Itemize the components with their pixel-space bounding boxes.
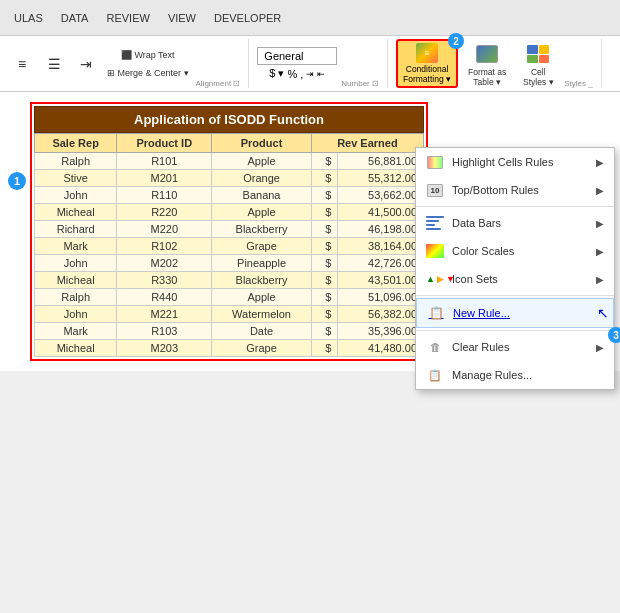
databars-label: Data Bars xyxy=(452,217,588,229)
table-cell: 41,500.00 xyxy=(338,204,424,221)
menu-item-newrule[interactable]: 📋 New Rule... ↖ xyxy=(416,298,614,328)
table-cell: R101 xyxy=(117,153,212,170)
table-cell: Grape xyxy=(212,340,312,357)
table-cell: M203 xyxy=(117,340,212,357)
table-cell: Watermelon xyxy=(212,306,312,323)
divider-3 xyxy=(416,330,614,331)
align-center-btn[interactable]: ☰ xyxy=(40,46,68,82)
number-format-box[interactable]: General xyxy=(257,47,337,65)
tab-ulas[interactable]: ULAS xyxy=(8,10,49,26)
menu-item-iconsets[interactable]: ▲ ▶ ▼ Icon Sets ▶ xyxy=(416,265,614,293)
menu-item-clearrules[interactable]: 🗑 Clear Rules ▶ 3 xyxy=(416,333,614,361)
table-row: StiveM201Orange$55,312.00 xyxy=(35,170,424,187)
databars-arrow: ▶ xyxy=(596,218,604,229)
tab-developer[interactable]: DEVELOPER xyxy=(208,10,287,26)
align-left-icon: ≡ xyxy=(12,54,32,74)
table-cell: M202 xyxy=(117,255,212,272)
col-header-productid: Product ID xyxy=(117,134,212,153)
menu-item-colorscale[interactable]: Color Scales ▶ xyxy=(416,237,614,265)
ribbon-tabs: ULAS DATA REVIEW VIEW DEVELOPER xyxy=(0,0,620,36)
table-cell: $ xyxy=(311,340,337,357)
tab-data[interactable]: DATA xyxy=(55,10,95,26)
table-cell: Blackberry xyxy=(212,272,312,289)
divider-1 xyxy=(416,206,614,207)
wrap-text-btn[interactable]: ⬛ Wrap Text xyxy=(104,47,192,63)
table-cell: Apple xyxy=(212,153,312,170)
topbottom-arrow: ▶ xyxy=(596,185,604,196)
table-cell: 46,198.00 xyxy=(338,221,424,238)
newrule-label: New Rule... xyxy=(453,307,603,319)
align-left-btn[interactable]: ≡ xyxy=(8,46,36,82)
col-header-product: Product xyxy=(212,134,312,153)
toolbar: ≡ ☰ ⇥ ⬛ Wrap Text ⊞ Merge & Center ▾ Ali… xyxy=(0,36,620,92)
table-cell: 35,396.00 xyxy=(338,323,424,340)
percent-btn[interactable]: % xyxy=(288,68,298,80)
newrule-icon: 📋 xyxy=(427,304,445,322)
cursor-icon: ↖ xyxy=(597,305,609,321)
styles-section-label: Styles _ xyxy=(564,79,592,88)
format-table-label: Format asTable ▾ xyxy=(468,68,506,87)
number-group: General $ ▾ % , ⇥ ⇤ Number ⊡ xyxy=(257,39,388,88)
table-cell: Orange xyxy=(212,170,312,187)
table-cell: R440 xyxy=(117,289,212,306)
styles-group: 2 ≡ ConditionalFormatting ▾ Format asTab… xyxy=(396,39,602,88)
table-cell: Date xyxy=(212,323,312,340)
iconsets-icon: ▲ ▶ ▼ xyxy=(426,270,444,288)
table-cell: 41,480.00 xyxy=(338,340,424,357)
table-row: MichealM203Grape$41,480.00 xyxy=(35,340,424,357)
colorscale-label: Color Scales xyxy=(452,245,588,257)
decrease-decimal-btn[interactable]: ⇤ xyxy=(317,69,325,79)
dollar-btn[interactable]: $ ▾ xyxy=(269,67,284,80)
menu-item-databars[interactable]: Data Bars ▶ xyxy=(416,209,614,237)
cf-label: ConditionalFormatting ▾ xyxy=(403,65,451,84)
iconsets-label: Icon Sets xyxy=(452,273,588,285)
table-cell: Blackberry xyxy=(212,221,312,238)
badge-1: 1 xyxy=(8,172,26,190)
menu-item-topbottom[interactable]: 10 Top/Bottom Rules ▶ xyxy=(416,176,614,204)
badge-3: 3 xyxy=(608,327,620,343)
table-row: MarkR102Grape$38,164.00 xyxy=(35,238,424,255)
tab-view[interactable]: VIEW xyxy=(162,10,202,26)
table-row: MarkR103Date$35,396.00 xyxy=(35,323,424,340)
table-cell: Micheal xyxy=(35,340,117,357)
comma-btn[interactable]: , xyxy=(300,68,303,80)
table-cell: Stive xyxy=(35,170,117,187)
table-cell: Mark xyxy=(35,323,117,340)
table-row: RalphR101Apple$56,881.00 xyxy=(35,153,424,170)
table-row: MichealR330Blackberry$43,501.00 xyxy=(35,272,424,289)
conditional-formatting-btn[interactable]: 2 ≡ ConditionalFormatting ▾ xyxy=(396,39,458,88)
table-cell: 42,726.00 xyxy=(338,255,424,272)
table-cell: 43,501.00 xyxy=(338,272,424,289)
table-cell: $ xyxy=(311,204,337,221)
cell-styles-btn[interactable]: CellStyles ▾ xyxy=(516,37,560,90)
merge-center-label: ⊞ Merge & Center ▾ xyxy=(107,68,189,78)
merge-center-btn[interactable]: ⊞ Merge & Center ▾ xyxy=(104,65,192,81)
format-as-table-btn[interactable]: Format asTable ▾ xyxy=(462,37,512,90)
table-cell: M220 xyxy=(117,221,212,238)
table-cell: R330 xyxy=(117,272,212,289)
clearrules-icon: 🗑 xyxy=(426,338,444,356)
format-table-icon xyxy=(473,40,501,68)
table-cell: R110 xyxy=(117,187,212,204)
table-cell: $ xyxy=(311,238,337,255)
increase-decimal-btn[interactable]: ⇥ xyxy=(306,69,314,79)
col-header-revearned: Rev Earned xyxy=(311,134,423,153)
cell-styles-icon xyxy=(524,40,552,68)
menu-item-highlight[interactable]: Highlight Cells Rules ▶ xyxy=(416,148,614,176)
tab-review[interactable]: REVIEW xyxy=(100,10,155,26)
indent-btn[interactable]: ⇥ xyxy=(72,46,100,82)
table-cell: Mark xyxy=(35,238,117,255)
clearrules-label: Clear Rules xyxy=(452,341,588,353)
table-cell: $ xyxy=(311,289,337,306)
table-cell: Apple xyxy=(212,204,312,221)
managerules-label: Manage Rules... xyxy=(452,369,604,381)
highlight-arrow: ▶ xyxy=(596,157,604,168)
table-cell: 38,164.00 xyxy=(338,238,424,255)
table-cell: John xyxy=(35,255,117,272)
data-table: Sale Rep Product ID Product Rev Earned R… xyxy=(34,133,424,357)
alignment-section-label: Alignment ⊡ xyxy=(196,79,241,88)
table-cell: R102 xyxy=(117,238,212,255)
sheet-title: Application of ISODD Function xyxy=(34,106,424,133)
menu-item-managerules[interactable]: 📋 Manage Rules... xyxy=(416,361,614,389)
table-cell: Pineapple xyxy=(212,255,312,272)
